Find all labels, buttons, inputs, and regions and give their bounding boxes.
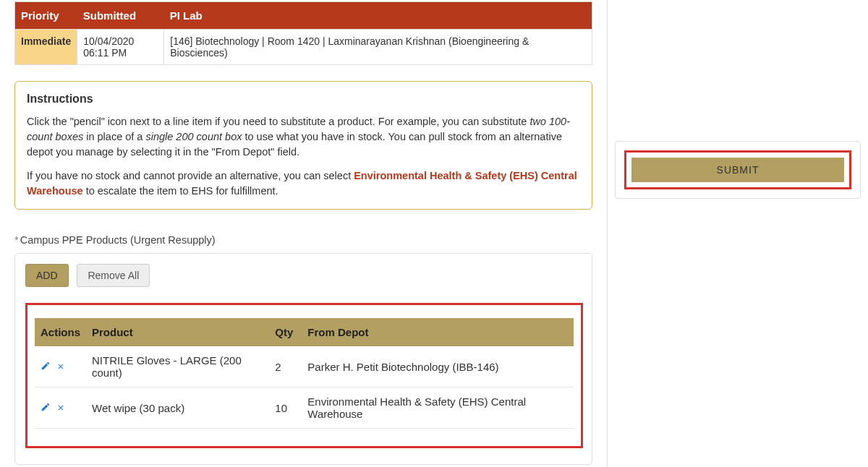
products-panel: ADD Remove All Actions Product Qty From …	[14, 253, 592, 465]
col-product: Product	[86, 318, 269, 346]
table-row: NITRILE Gloves - LARGE (200 count) 2 Par…	[35, 346, 574, 387]
add-button[interactable]: ADD	[25, 264, 69, 287]
products-highlight: Actions Product Qty From Depot	[25, 303, 583, 448]
submit-panel: SUBMIT	[615, 141, 861, 199]
close-icon[interactable]	[56, 403, 69, 412]
table-row: Wet wipe (30 pack) 10 Environmental Heal…	[35, 387, 574, 429]
col-actions: Actions	[35, 318, 86, 346]
required-star-icon: *	[14, 234, 19, 246]
col-qty: Qty	[269, 318, 302, 346]
qty-value: 2	[269, 346, 302, 387]
col-from-depot: From Depot	[302, 318, 574, 346]
from-depot-value: Parker H. Petit Biotechnology (IBB-146)	[302, 346, 574, 387]
col-submitted: Submitted	[77, 2, 164, 30]
pi-lab-value: [146] Biotechnology | Room 1420 | Laxmin…	[164, 30, 592, 65]
priority-value: Immediate	[15, 30, 77, 65]
product-value: NITRILE Gloves - LARGE (200 count)	[86, 346, 269, 387]
products-table: Actions Product Qty From Depot	[35, 318, 574, 429]
submit-button[interactable]: SUBMIT	[631, 158, 844, 182]
instructions-p2: If you have no stock and cannot provide …	[27, 168, 580, 199]
pencil-icon[interactable]	[41, 402, 54, 412]
products-section-heading: *Campus PPE Products (Urgent Resupply)	[14, 234, 592, 246]
summary-row: Immediate 10/04/2020 06:11 PM [146] Biot…	[15, 30, 592, 65]
close-icon[interactable]	[56, 362, 69, 371]
instructions-panel: Instructions Click the "pencil" icon nex…	[14, 81, 592, 210]
product-value: Wet wipe (30 pack)	[86, 387, 269, 429]
summary-table: Priority Submitted PI Lab Immediate 10/0…	[14, 1, 592, 65]
from-depot-value: Environmental Health & Safety (EHS) Cent…	[302, 387, 574, 429]
submitted-value: 10/04/2020 06:11 PM	[77, 30, 164, 65]
instructions-p1: Click the "pencil" icon next to a line i…	[27, 114, 580, 160]
qty-value: 10	[269, 387, 302, 429]
submit-highlight: SUBMIT	[624, 150, 851, 189]
col-pi-lab: PI Lab	[164, 2, 592, 30]
col-priority: Priority	[15, 2, 77, 30]
instructions-heading: Instructions	[27, 90, 580, 107]
pencil-icon[interactable]	[41, 361, 54, 371]
remove-all-button[interactable]: Remove All	[77, 264, 150, 287]
